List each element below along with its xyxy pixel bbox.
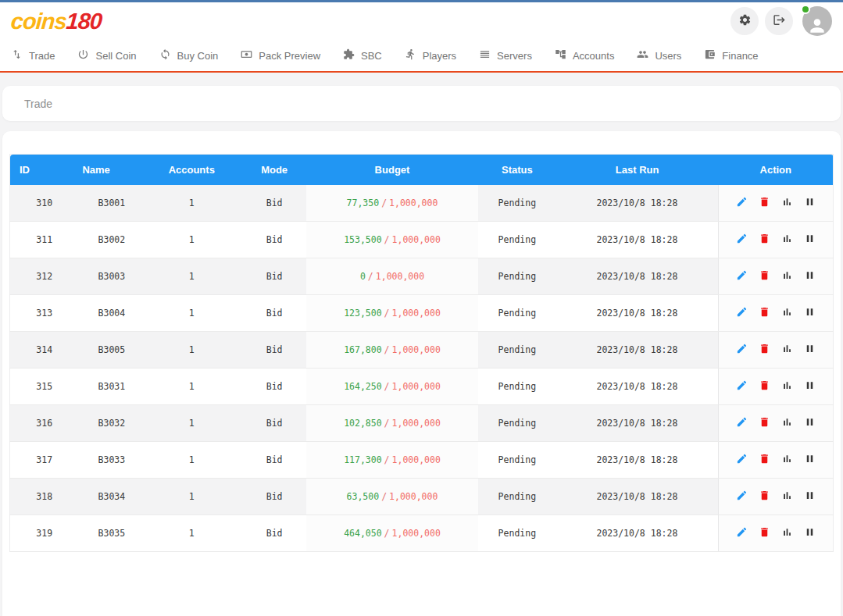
nav-label: Buy Coin	[177, 50, 219, 62]
column-header-action: Action	[719, 155, 834, 185]
edit-button[interactable]	[734, 341, 751, 358]
budget-separator: /	[382, 308, 392, 319]
cell-mode: Bid	[242, 222, 306, 258]
delete-button[interactable]	[756, 231, 773, 248]
settings-button[interactable]	[730, 7, 759, 35]
delete-button[interactable]	[756, 341, 773, 358]
stats-button[interactable]	[779, 488, 796, 505]
pause-icon	[804, 233, 816, 247]
cell-budget: 77,350/1,000,000	[306, 185, 478, 222]
edit-button[interactable]	[734, 488, 751, 505]
pause-icon	[804, 269, 816, 283]
edit-button[interactable]	[734, 194, 751, 212]
nav-item-servers[interactable]: Servers	[479, 48, 532, 62]
edit-button[interactable]	[734, 231, 751, 248]
logout-button[interactable]	[765, 7, 793, 35]
stats-button[interactable]	[779, 378, 796, 395]
stats-button[interactable]	[779, 231, 796, 248]
stats-button[interactable]	[779, 341, 796, 358]
cell-id: 310	[10, 185, 70, 222]
pencil-icon	[736, 233, 748, 247]
cell-action	[719, 479, 834, 515]
nav-item-users[interactable]: Users	[637, 48, 681, 62]
edit-button[interactable]	[734, 378, 751, 395]
pause-button[interactable]	[802, 415, 819, 432]
delete-button[interactable]	[756, 488, 773, 505]
main-nav: Trade Sell Coin Buy Coin Pack Preview SB…	[11, 40, 832, 71]
budget-total: 1,000,000	[392, 344, 441, 355]
pause-button[interactable]	[802, 488, 819, 505]
nav-item-pack-preview[interactable]: Pack Preview	[241, 48, 320, 62]
cell-budget: 123,500/1,000,000	[306, 295, 478, 332]
stats-button[interactable]	[779, 304, 796, 322]
cell-name: B3035	[69, 515, 141, 552]
delete-button[interactable]	[756, 194, 773, 212]
delete-button[interactable]	[756, 451, 773, 468]
cell-id: 318	[10, 479, 70, 515]
cell-action	[719, 258, 834, 295]
column-header-budget: Budget	[306, 155, 478, 185]
brand-text-primary: coins	[10, 9, 67, 34]
edit-button[interactable]	[734, 451, 751, 468]
nav-item-buy-coin[interactable]: Buy Coin	[159, 48, 219, 62]
pause-button[interactable]	[802, 231, 819, 248]
column-header-last-run: Last Run	[556, 155, 719, 185]
gear-icon	[738, 13, 752, 29]
budget-separator: /	[382, 344, 392, 355]
cell-action	[719, 332, 834, 369]
nav-item-accounts[interactable]: Accounts	[555, 48, 614, 62]
edit-button[interactable]	[734, 525, 751, 542]
cell-name: B3034	[69, 479, 141, 515]
trash-icon	[759, 233, 770, 247]
delete-button[interactable]	[756, 415, 773, 432]
pencil-icon	[736, 526, 748, 540]
bar-chart-icon	[781, 453, 793, 467]
table-row: 315 B3031 1 Bid 164,250/1,000,000 Pendin…	[10, 369, 834, 405]
stats-button[interactable]	[779, 268, 796, 285]
cell-action	[719, 295, 834, 332]
pause-button[interactable]	[802, 525, 819, 542]
budget-total: 1,000,000	[392, 381, 441, 392]
edit-button[interactable]	[734, 304, 751, 322]
nav-item-finance[interactable]: Finance	[704, 48, 758, 62]
cell-last-run: 2023/10/8 18:28	[556, 222, 719, 258]
nav-item-players[interactable]: Players	[405, 48, 456, 62]
cell-id: 319	[10, 515, 70, 552]
pause-button[interactable]	[802, 378, 819, 395]
cell-status: Pending	[478, 258, 556, 295]
wallet-icon	[704, 48, 716, 62]
edit-button[interactable]	[734, 415, 751, 432]
nav-item-sbc[interactable]: SBC	[343, 48, 382, 62]
stats-button[interactable]	[779, 194, 796, 212]
bar-chart-icon	[781, 526, 793, 540]
stats-button[interactable]	[779, 525, 796, 542]
pause-button[interactable]	[802, 194, 819, 212]
cell-action	[719, 185, 834, 222]
budget-used: 153,500	[344, 234, 381, 245]
trade-table: ID Name Accounts Mode Budget Status Last…	[9, 154, 834, 552]
brand-logo[interactable]: coins180	[10, 10, 102, 33]
delete-button[interactable]	[756, 268, 773, 285]
nav-label: Users	[655, 50, 681, 62]
nav-label: SBC	[361, 50, 382, 62]
stats-button[interactable]	[779, 415, 796, 432]
pause-button[interactable]	[802, 268, 819, 285]
cell-last-run: 2023/10/8 18:28	[556, 405, 719, 442]
puzzle-icon	[343, 48, 355, 62]
nav-item-trade[interactable]: Trade	[11, 48, 55, 62]
delete-button[interactable]	[756, 304, 773, 322]
table-row: 314 B3005 1 Bid 167,800/1,000,000 Pendin…	[10, 332, 834, 369]
people-icon	[637, 48, 648, 62]
user-avatar[interactable]	[802, 6, 832, 36]
edit-button[interactable]	[734, 268, 751, 285]
pause-button[interactable]	[802, 451, 819, 468]
cell-status: Pending	[478, 295, 556, 332]
table-row: 312 B3003 1 Bid 0/1,000,000 Pending 2023…	[10, 258, 834, 295]
cell-last-run: 2023/10/8 18:28	[556, 295, 719, 332]
stats-button[interactable]	[779, 451, 796, 468]
pause-button[interactable]	[802, 304, 819, 322]
nav-item-sell-coin[interactable]: Sell Coin	[77, 48, 136, 62]
delete-button[interactable]	[756, 525, 773, 542]
pause-button[interactable]	[802, 341, 819, 358]
delete-button[interactable]	[756, 378, 773, 395]
